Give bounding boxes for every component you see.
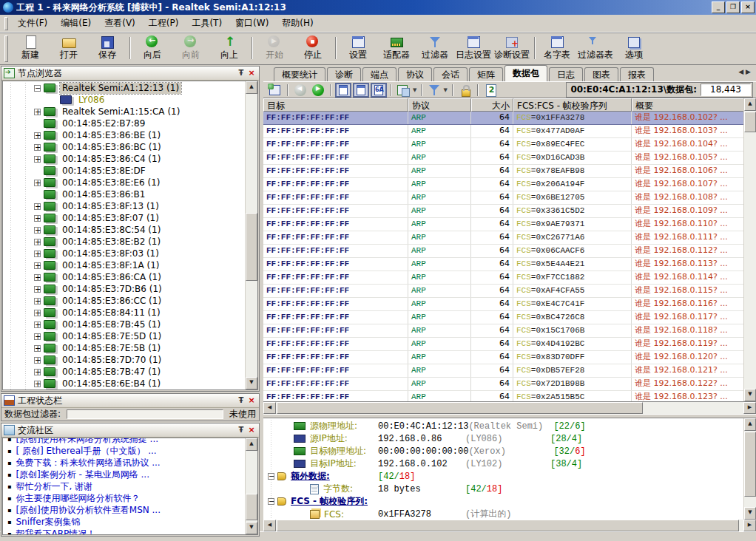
packet-row[interactable]: FF:FF:FF:FF:FF:FF ARP 64 FCS=0x78EAFB98 … — [263, 165, 743, 178]
tree-node[interactable]: 00:14:85:E8:7B:47 (1) — [3, 366, 245, 378]
scroll-thumb[interactable] — [277, 520, 739, 531]
packet-row[interactable]: FF:FF:FF:FF:FF:FF ARP 64 FCS=0x206A194F … — [263, 178, 743, 191]
packet-row[interactable]: FF:FF:FF:FF:FF:FF ARP 64 FCS=0xD16CAD3B … — [263, 152, 743, 165]
column-header[interactable]: FCS:FCS - 帧校验序列 — [513, 98, 632, 112]
detail-row[interactable]: 目标IP地址: 192.168.0.102 (LY102) [38/4] — [263, 457, 743, 470]
toolbar-button[interactable]: 向后 — [133, 34, 172, 62]
scroll-up-icon[interactable]: ▲ — [246, 81, 257, 94]
detail-row[interactable]: 源IP地址: 192.168.0.86 (LY086) [28/4] — [263, 432, 743, 445]
packet-row[interactable]: FF:FF:FF:FF:FF:FF ARP 64 FCS=0x5E4A4E21 … — [263, 258, 743, 271]
scroll-thumb[interactable] — [246, 494, 257, 520]
expand-toggle-icon[interactable] — [34, 251, 41, 257]
tree-node[interactable]: 00:14:85:E2:B7:89 — [3, 118, 245, 129]
view-hex-toggle[interactable]: 6A — [371, 83, 387, 98]
tree-node[interactable]: 00:14:85:E3:7D:B6 (1) — [3, 283, 245, 295]
view-tab[interactable]: 报表 — [620, 67, 654, 81]
expand-toggle-icon[interactable] — [34, 180, 41, 186]
nav-back-icon[interactable] — [293, 84, 308, 97]
tree-node[interactable]: 00:14:85:E3:86:B1 — [3, 188, 245, 200]
tree-node[interactable]: 00:14:85:E3:86:C4 (1) — [3, 153, 245, 165]
packet-row[interactable]: FF:FF:FF:FF:FF:FF ARP 64 FCS=0x83D70DFF … — [263, 351, 743, 364]
community-link[interactable]: [ 原创] Ethereal手册（中文版） ... — [7, 445, 245, 457]
lock-icon[interactable] — [458, 84, 473, 97]
node-tree-vscrollbar[interactable]: ▲ ▼ — [245, 81, 257, 389]
scroll-thumb[interactable] — [744, 112, 756, 132]
scroll-left-icon[interactable]: ◀ — [263, 520, 276, 531]
packet-table-hscrollbar[interactable]: ◀ ▶ — [263, 402, 756, 414]
scroll-thumb[interactable] — [277, 402, 643, 414]
toolbar-button[interactable]: 开始 — [255, 34, 294, 62]
tree-node[interactable]: 00:14:85:E3:8E:DF — [3, 165, 245, 177]
tree-node[interactable]: 00:14:85:E3:86:CA (1) — [3, 271, 245, 283]
menu-item[interactable]: 窗口(W) — [229, 15, 275, 32]
tree-node[interactable]: LY086 — [3, 94, 245, 106]
toolbar-button[interactable]: 过滤器表 — [576, 34, 615, 62]
toolbar-button[interactable]: 过滤器 — [416, 34, 454, 62]
expand-toggle-icon[interactable] — [34, 333, 41, 340]
restore-button[interactable]: ❐ — [726, 1, 740, 13]
tree-node[interactable]: 00:14:85:E8:7B:45 (1) — [3, 319, 245, 330]
view-tab[interactable]: 会话 — [433, 67, 468, 81]
community-link[interactable]: Sniffer案例集锦 — [7, 516, 245, 528]
tree-node[interactable]: 00:14:85:E3:8C:54 (1) — [3, 224, 245, 236]
expand-toggle-icon[interactable] — [34, 345, 41, 352]
tree-node[interactable]: Realtek Semi:A1:12:13 (1) — [3, 82, 245, 94]
column-header[interactable]: 协议 — [408, 98, 471, 112]
packet-row[interactable]: FF:FF:FF:FF:FF:FF ARP 64 FCS=0xAF4CFA55 … — [263, 285, 743, 298]
pin-icon[interactable]: Ŧ — [236, 68, 246, 78]
scroll-down-icon[interactable]: ▼ — [744, 507, 756, 520]
column-header[interactable]: 目标 — [263, 98, 408, 112]
panel-close-icon[interactable]: × — [246, 395, 257, 406]
column-chooser-caret-icon[interactable]: ▼ — [413, 87, 416, 93]
menu-item[interactable]: 编辑(E) — [54, 15, 98, 32]
toolbar-button[interactable]: 向上 — [210, 34, 249, 62]
packet-row[interactable]: FF:FF:FF:FF:FF:FF ARP 64 FCS=0x9AE79371 … — [263, 218, 743, 231]
menu-item[interactable]: 文件(F) — [11, 15, 54, 32]
column-header[interactable]: 大小 — [471, 98, 513, 112]
minimize-button[interactable]: _ — [712, 1, 725, 13]
view-tab[interactable]: 端点 — [362, 67, 396, 81]
packet-row[interactable]: FF:FF:FF:FF:FF:FF ARP 64 FCS=0x72D1B98B … — [263, 378, 743, 391]
expand-toggle-icon[interactable] — [34, 310, 41, 316]
community-link[interactable]: [原创]案例分析 - 某电业局网络 ... — [7, 469, 245, 480]
view-tab[interactable]: 数据包 — [504, 65, 547, 81]
toolbar-button[interactable]: 保存 — [88, 34, 126, 62]
community-vscrollbar[interactable]: ▲ ▼ — [245, 438, 257, 534]
toolbar-button[interactable]: 诊断设置 — [493, 34, 531, 62]
auto-refresh-icon[interactable] — [483, 84, 498, 97]
view-tab[interactable]: 日志 — [549, 67, 583, 81]
community-link[interactable]: 免费下载：科来软件网络通讯协议 ... — [7, 457, 245, 469]
tree-node[interactable]: 00:14:85:E3:86:BC (1) — [3, 141, 245, 153]
view-detail-toggle[interactable] — [353, 83, 369, 98]
toolbar-button[interactable]: 选项 — [615, 34, 653, 62]
toolbar-button[interactable]: 日志设置 — [454, 34, 493, 62]
menu-item[interactable]: 工程(P) — [142, 15, 186, 32]
expand-toggle-icon[interactable] — [34, 239, 41, 245]
packet-row[interactable]: FF:FF:FF:FF:FF:FF ARP 64 FCS=0xE4C7C41F … — [263, 298, 743, 311]
packet-row[interactable]: FF:FF:FF:FF:FF:FF ARP 64 FCS=0x1FFA3278 … — [263, 112, 743, 125]
menu-item[interactable]: 工具(T) — [185, 15, 229, 32]
packet-row[interactable]: FF:FF:FF:FF:FF:FF ARP 64 FCS=0x6BE12705 … — [263, 191, 743, 205]
collapse-toggle-icon[interactable] — [268, 498, 274, 505]
collapse-toggle-icon[interactable] — [268, 473, 274, 480]
tree-node[interactable]: 00:14:85:E3:8E:B2 (1) — [3, 236, 245, 248]
packet-row[interactable]: FF:FF:FF:FF:FF:FF ARP 64 FCS=0x4D4192BC … — [263, 338, 743, 351]
view-tab[interactable]: 图表 — [584, 67, 618, 81]
expand-toggle-icon[interactable] — [34, 369, 41, 375]
community-link[interactable]: [原创]使用协议分析软件查看MSN ... — [7, 504, 245, 516]
detail-row[interactable]: FCS: 0x1FFA3278 (计算出的) — [263, 508, 743, 520]
packet-row[interactable]: FF:FF:FF:FF:FF:FF ARP 64 FCS=0x3361C5D2 … — [263, 205, 743, 218]
packet-row[interactable]: FF:FF:FF:FF:FF:FF ARP 64 FCS=0xF7CC1882 … — [263, 271, 743, 285]
detail-hscrollbar[interactable]: ◀ ▶ — [263, 520, 756, 531]
packet-table-vscrollbar[interactable]: ▲ ▼ — [743, 98, 756, 401]
tree-node[interactable]: 00:14:85:E8:6E:B4 (1) — [3, 378, 245, 389]
pin-icon[interactable]: Ŧ — [236, 425, 246, 435]
detail-row[interactable]: 额外数据: [42/18] — [263, 470, 743, 483]
nav-forward-icon[interactable] — [311, 84, 325, 97]
tab-scroll-right-icon[interactable]: ▶ — [746, 68, 753, 75]
toolbar-button[interactable]: 停止 — [294, 34, 332, 62]
toolbar-button[interactable]: 名字表 — [538, 34, 576, 62]
view-tab[interactable]: 诊断 — [327, 67, 361, 81]
scroll-thumb[interactable] — [744, 432, 756, 497]
packet-row[interactable]: FF:FF:FF:FF:FF:FF ARP 64 FCS=0xBC4726C8 … — [263, 311, 743, 324]
